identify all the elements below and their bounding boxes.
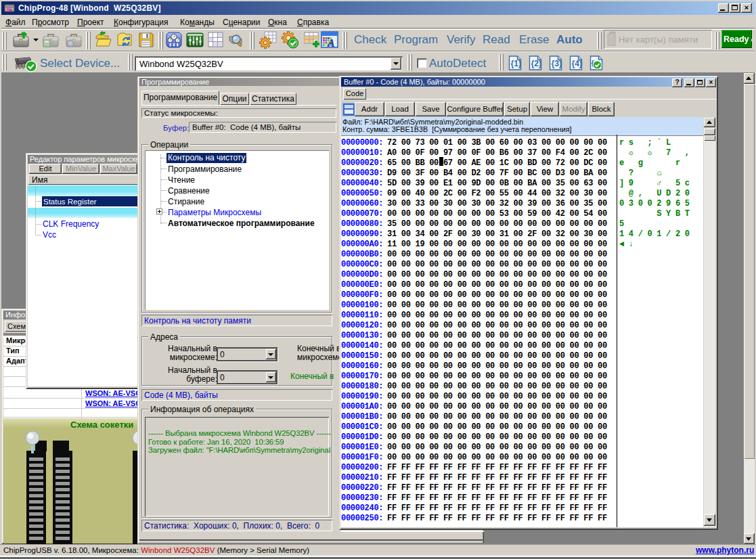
svg-text:{2}: {2}: [531, 59, 542, 68]
svg-text:A: A: [327, 37, 335, 49]
svg-text:{3}: {3}: [552, 59, 562, 68]
svg-text:{4}: {4}: [572, 59, 583, 68]
svg-text:{1}: {1}: [511, 59, 522, 68]
